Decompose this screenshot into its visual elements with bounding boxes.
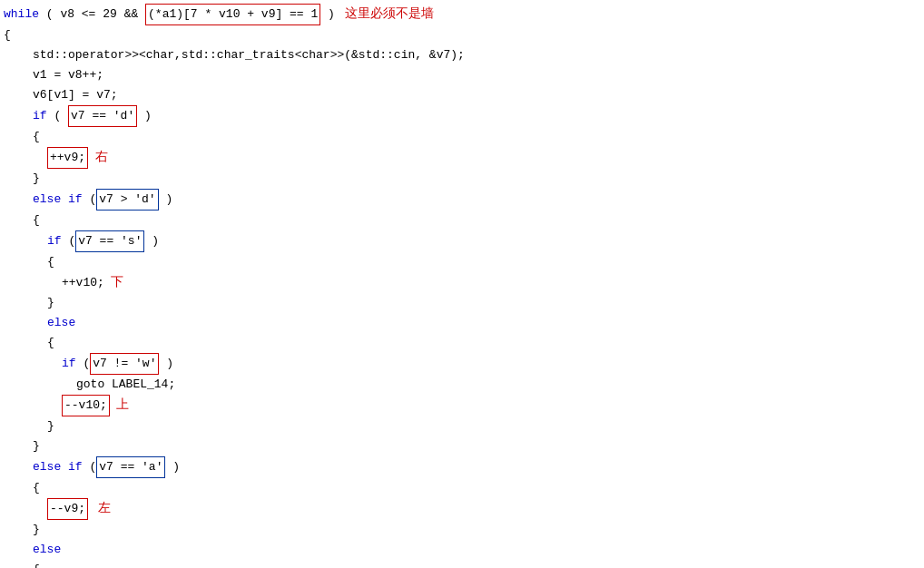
code-text: { bbox=[4, 25, 11, 45]
code-line: else bbox=[0, 540, 924, 560]
code-line: --v9; 左 bbox=[0, 498, 924, 520]
code-line: std::operator>><char,std::char_traits<ch… bbox=[0, 45, 924, 65]
code-line: goto LABEL_14; bbox=[0, 375, 924, 395]
annotation: 上 bbox=[113, 395, 130, 415]
code-text: ( bbox=[83, 457, 97, 477]
code-line: { bbox=[0, 252, 924, 272]
code-text: ( bbox=[76, 354, 91, 374]
code-text: { bbox=[33, 127, 40, 147]
code-line: } bbox=[0, 436, 924, 456]
keyword: if bbox=[62, 354, 76, 374]
code-line: if (v7 == 's' ) bbox=[0, 230, 924, 252]
code-text: ) bbox=[165, 457, 180, 477]
code-text: ) bbox=[137, 106, 152, 126]
keyword: while bbox=[4, 5, 39, 24]
code-line: else if (v7 == 'a' ) bbox=[0, 456, 924, 478]
code-text: { bbox=[33, 560, 40, 568]
code-line: else if (v7 > 'd' ) bbox=[0, 189, 924, 211]
highlighted-expression-red: (*a1)[7 * v10 + v9] == 1 bbox=[145, 4, 320, 25]
code-line: while ( v8 <= 29 && (*a1)[7 * v10 + v9] … bbox=[0, 4, 924, 25]
keyword: if bbox=[68, 457, 83, 477]
code-text: ( bbox=[83, 190, 97, 210]
code-lines: while ( v8 <= 29 && (*a1)[7 * v10 + v9] … bbox=[0, 4, 924, 568]
code-text: } bbox=[33, 169, 40, 189]
code-text: } bbox=[33, 520, 40, 540]
code-line: { bbox=[0, 333, 924, 353]
code-line: ++v10; 下 bbox=[0, 272, 924, 293]
code-line: } bbox=[0, 169, 924, 189]
code-line: { bbox=[0, 127, 924, 147]
annotation: 右 bbox=[92, 147, 108, 167]
code-text: { bbox=[47, 252, 54, 272]
code-text: } bbox=[47, 293, 54, 313]
code-text bbox=[61, 457, 68, 477]
code-text: ( bbox=[47, 106, 68, 126]
code-text: { bbox=[33, 478, 40, 498]
code-text: ) bbox=[144, 231, 159, 251]
code-text: goto LABEL_14; bbox=[76, 375, 175, 395]
highlighted-expression-blue: v7 == 'a' bbox=[96, 456, 165, 478]
code-text: std::operator>><char,std::char_traits<ch… bbox=[33, 45, 465, 65]
annotation: 这里必须不是墙 bbox=[339, 4, 434, 24]
code-line: { bbox=[0, 478, 924, 498]
keyword: if bbox=[68, 190, 83, 210]
code-line: ++v9; 右 bbox=[0, 147, 924, 169]
highlighted-expression-red: --v10; bbox=[62, 395, 110, 416]
highlighted-expression-red: ++v9; bbox=[47, 147, 88, 169]
code-text: } bbox=[47, 416, 54, 436]
code-line: } bbox=[0, 293, 924, 313]
code-text: ( bbox=[62, 231, 76, 251]
code-line: if ( v7 == 'd' ) bbox=[0, 105, 924, 127]
keyword: if bbox=[47, 231, 62, 251]
code-text: ) bbox=[320, 5, 335, 24]
code-line: { bbox=[0, 25, 924, 45]
code-line: } bbox=[0, 416, 924, 436]
keyword: if bbox=[33, 106, 47, 126]
code-line: --v10; 上 bbox=[0, 395, 924, 416]
code-text: { bbox=[47, 333, 54, 353]
code-line: else bbox=[0, 313, 924, 333]
code-line: { bbox=[0, 211, 924, 230]
code-text bbox=[61, 190, 68, 210]
code-line: v1 = v8++; bbox=[0, 65, 924, 85]
keyword: else bbox=[33, 457, 61, 477]
code-line: { bbox=[0, 560, 924, 568]
highlighted-expression-red: --v9; bbox=[47, 498, 88, 520]
annotation: 下 bbox=[108, 272, 124, 292]
annotation: 左 bbox=[92, 498, 111, 518]
highlighted-expression-red: v7 == 'd' bbox=[68, 105, 137, 127]
code-text: v1 = v8++; bbox=[33, 65, 103, 85]
code-text: ( v8 <= 29 && bbox=[39, 5, 145, 24]
highlighted-expression-red: v7 != 'w' bbox=[90, 353, 159, 375]
code-text: ) bbox=[159, 354, 173, 374]
keyword: else bbox=[33, 190, 61, 210]
code-container: while ( v8 <= 29 && (*a1)[7 * v10 + v9] … bbox=[0, 0, 924, 568]
code-text: ++v10; bbox=[62, 273, 104, 293]
highlighted-expression-blue: v7 > 'd' bbox=[96, 189, 158, 211]
highlighted-expression-blue: v7 == 's' bbox=[75, 230, 144, 252]
keyword: else bbox=[47, 313, 75, 333]
code-text: { bbox=[33, 211, 40, 230]
code-line: v6[v1] = v7; bbox=[0, 85, 924, 105]
code-line: if (v7 != 'w' ) bbox=[0, 353, 924, 375]
keyword: else bbox=[33, 540, 61, 560]
code-line: } bbox=[0, 520, 924, 540]
code-text: ) bbox=[159, 190, 173, 210]
code-text: v6[v1] = v7; bbox=[33, 85, 118, 105]
code-text: } bbox=[33, 436, 40, 456]
